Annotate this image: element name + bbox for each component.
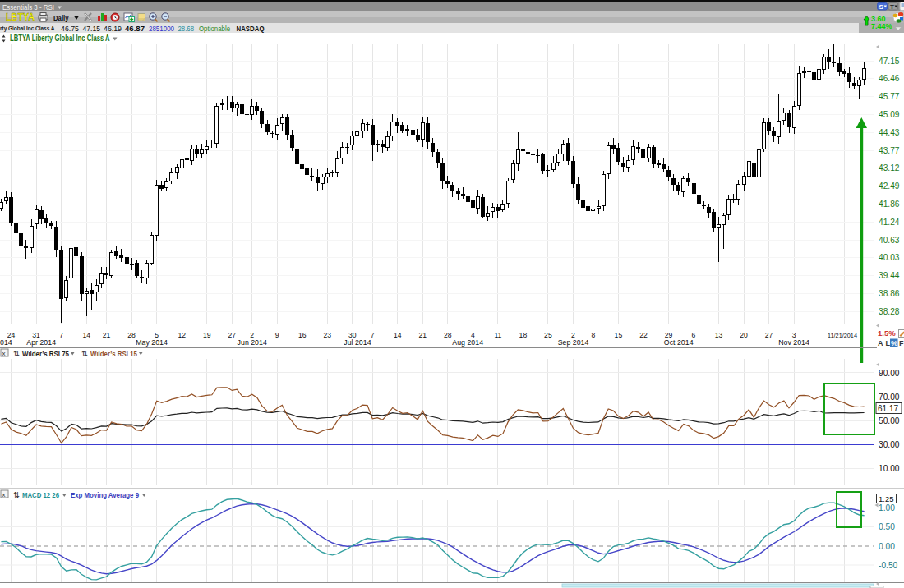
svg-text:27: 27 [765, 331, 773, 339]
svg-text:24: 24 [7, 331, 16, 339]
svg-text:44.43: 44.43 [879, 128, 900, 137]
svg-text:46.87: 46.87 [125, 25, 145, 33]
svg-text:S: S [879, 3, 884, 11]
svg-text:41.24: 41.24 [879, 218, 900, 227]
svg-text:90.00: 90.00 [879, 369, 900, 378]
svg-text:28.68: 28.68 [178, 25, 195, 33]
svg-text:⇅: ⇅ [13, 490, 20, 499]
svg-text:12: 12 [178, 331, 186, 339]
svg-text:5: 5 [155, 331, 159, 339]
svg-text:0.00: 0.00 [879, 542, 895, 551]
svg-text:21: 21 [419, 331, 427, 339]
svg-text:7.44%: 7.44% [871, 22, 892, 30]
svg-text:T: T [890, 3, 894, 11]
svg-text:16: 16 [298, 331, 307, 339]
svg-text:70.00: 70.00 [879, 393, 900, 402]
svg-text:Jun 2014: Jun 2014 [238, 338, 267, 347]
svg-text:6: 6 [692, 331, 696, 339]
svg-text:LBTYA Liberty Global Inc Class: LBTYA Liberty Global Inc Class A [10, 34, 110, 43]
svg-text:28: 28 [444, 331, 452, 339]
svg-text:A: A [878, 339, 883, 347]
svg-text:18: 18 [519, 331, 528, 339]
svg-text:Nov 2014: Nov 2014 [778, 338, 809, 347]
svg-text:14: 14 [394, 331, 402, 339]
svg-text:19: 19 [203, 331, 211, 339]
svg-text:47.15: 47.15 [879, 57, 900, 66]
svg-text:3.60: 3.60 [871, 15, 886, 23]
svg-text:1.00: 1.00 [879, 503, 895, 512]
svg-text:30.00: 30.00 [879, 440, 900, 449]
svg-text:40.03: 40.03 [879, 253, 900, 262]
svg-text:0.50: 0.50 [879, 522, 895, 531]
svg-text:46.75: 46.75 [61, 25, 79, 33]
svg-text:7: 7 [59, 331, 63, 339]
svg-text:L: L [886, 339, 891, 347]
svg-text:1.5%: 1.5% [878, 328, 896, 338]
svg-text:22: 22 [639, 331, 648, 339]
svg-text:Daily: Daily [53, 13, 69, 22]
svg-text:10.00: 10.00 [879, 464, 900, 473]
svg-text:21: 21 [103, 331, 111, 339]
svg-text:Wilder’s RSI 15: Wilder’s RSI 15 [90, 349, 138, 358]
svg-text:Apr 2014: Apr 2014 [26, 338, 56, 347]
svg-text:⇅: ⇅ [81, 349, 88, 358]
svg-text:38.28: 38.28 [879, 307, 900, 316]
svg-text:⇅: ⇅ [13, 349, 20, 358]
svg-text:45.77: 45.77 [879, 92, 900, 101]
svg-text:29: 29 [665, 331, 673, 339]
svg-text:45.09: 45.09 [879, 110, 900, 119]
svg-text:40.63: 40.63 [879, 236, 900, 245]
svg-text:13: 13 [715, 331, 723, 339]
svg-text:46.19: 46.19 [104, 25, 122, 33]
svg-text:30: 30 [348, 331, 357, 339]
svg-text:Exp Moving Average 9: Exp Moving Average 9 [71, 490, 139, 499]
svg-text:Essentials 3 - RSI: Essentials 3 - RSI [2, 3, 54, 11]
svg-text:43.12: 43.12 [879, 163, 900, 172]
svg-text:Sep 2014: Sep 2014 [558, 338, 589, 347]
svg-text:F: F [899, 339, 904, 347]
svg-text:2851000: 2851000 [149, 25, 174, 33]
svg-text:38.86: 38.86 [879, 289, 900, 298]
svg-text:NASDAQ: NASDAQ [237, 24, 265, 33]
svg-text:rty Global Inc Class A: rty Global Inc Class A [0, 25, 55, 32]
svg-text:43.77: 43.77 [879, 146, 900, 155]
svg-text:47.15: 47.15 [83, 25, 101, 33]
svg-text:28: 28 [127, 331, 136, 339]
svg-text:x: x [2, 350, 6, 357]
svg-text:15: 15 [615, 331, 623, 339]
svg-text:x: x [2, 491, 6, 498]
svg-text:May 2014: May 2014 [136, 338, 168, 347]
svg-text:31: 31 [32, 331, 40, 339]
svg-text:23: 23 [324, 331, 332, 339]
svg-text:1.25: 1.25 [879, 494, 894, 503]
svg-text:20: 20 [740, 331, 748, 339]
svg-text:Jul 2014: Jul 2014 [344, 338, 371, 347]
svg-text:7: 7 [371, 331, 375, 339]
svg-text:46.46: 46.46 [879, 74, 900, 83]
svg-text:11: 11 [494, 331, 501, 339]
svg-text:-0.50: -0.50 [879, 561, 898, 570]
svg-text:2: 2 [250, 331, 254, 339]
svg-text:014: 014 [0, 338, 12, 347]
svg-text:8: 8 [592, 331, 596, 339]
svg-text:Wilder’s RSI 75: Wilder’s RSI 75 [22, 349, 70, 358]
svg-text:42.49: 42.49 [879, 181, 900, 191]
svg-text:Aug 2014: Aug 2014 [452, 338, 483, 347]
svg-text:Optionable: Optionable [199, 25, 230, 33]
svg-text:61.17: 61.17 [878, 404, 898, 413]
svg-text:27: 27 [228, 331, 237, 339]
svg-text:14: 14 [82, 331, 90, 339]
svg-text:9: 9 [275, 331, 279, 339]
svg-text:4: 4 [471, 331, 475, 339]
svg-text:25: 25 [544, 331, 552, 339]
svg-text:11/21/2014: 11/21/2014 [828, 332, 857, 339]
svg-text:LBTYA: LBTYA [6, 11, 35, 23]
svg-text:50.00: 50.00 [879, 416, 900, 425]
svg-text:41.86: 41.86 [879, 200, 900, 209]
svg-text:%: % [891, 339, 897, 347]
svg-text:2: 2 [571, 331, 575, 339]
svg-text:MACD 12 26: MACD 12 26 [22, 490, 59, 499]
svg-text:3: 3 [792, 331, 796, 339]
svg-text:Oct 2014: Oct 2014 [664, 338, 694, 347]
svg-text:39.44: 39.44 [879, 271, 900, 280]
